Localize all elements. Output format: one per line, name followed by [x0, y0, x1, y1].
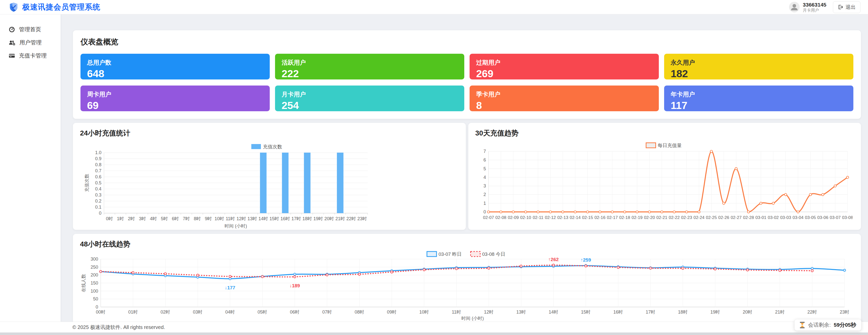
svg-text:02-16: 02-16 [594, 215, 605, 220]
sidebar-item-label: 管理首页 [19, 26, 41, 33]
svg-text:02-07: 02-07 [483, 215, 494, 220]
svg-text:03-06: 03-06 [817, 215, 828, 220]
svg-text:6: 6 [483, 157, 486, 162]
stat-value: 254 [282, 100, 458, 112]
svg-text:19时: 19时 [313, 216, 323, 221]
stat-value: 648 [87, 68, 263, 80]
svg-text:02-18: 02-18 [619, 215, 630, 220]
users-gear-icon [8, 39, 16, 46]
svg-text:19时: 19时 [710, 309, 720, 314]
sidebar-nav: 管理首页 用户管理 充值卡管理 [0, 14, 61, 322]
online-48h-line-chart: 05010015020025030000时01时02时03时04时05时06时0… [80, 251, 854, 321]
svg-text:↑262: ↑262 [548, 257, 559, 262]
horizontal-scrollbar[interactable] [0, 333, 868, 335]
stat-label: 活跃用户 [282, 59, 458, 67]
svg-text:02-21: 02-21 [656, 215, 667, 220]
svg-text:10时: 10时 [420, 309, 429, 314]
svg-text:02-08: 02-08 [495, 215, 506, 220]
svg-text:02-13: 02-13 [557, 215, 568, 220]
svg-text:21时: 21时 [335, 216, 345, 221]
svg-text:0.3: 0.3 [95, 192, 101, 197]
svg-text:0时: 0时 [106, 216, 113, 221]
svg-text:0.8: 0.8 [95, 162, 101, 167]
svg-text:0.9: 0.9 [95, 156, 101, 161]
sidebar-item-users[interactable]: 用户管理 [0, 36, 61, 49]
svg-text:18时: 18时 [303, 216, 312, 221]
sidebar-item-label: 充值卡管理 [19, 52, 47, 60]
svg-text:14时: 14时 [258, 216, 268, 221]
svg-text:50: 50 [93, 296, 98, 301]
stat-label: 季卡用户 [476, 90, 652, 98]
session-remaining-label: 会话剩余: [808, 322, 831, 329]
sidebar-item-recharge-cards[interactable]: 充值卡管理 [0, 49, 61, 62]
svg-text:17时: 17时 [291, 216, 301, 221]
session-remaining-time: 59分05秒 [834, 322, 856, 329]
online-48h-chart-card: 48小时在线趋势 05010015020025030000时01时02时03时0… [73, 234, 861, 324]
svg-text:22时: 22时 [807, 309, 817, 314]
svg-text:02时: 02时 [160, 309, 170, 314]
svg-text:02-12: 02-12 [545, 215, 556, 220]
svg-text:1时: 1时 [117, 216, 124, 221]
stat-card-month-card-users: 月卡用户 254 [275, 86, 464, 111]
svg-text:1.0: 1.0 [95, 150, 101, 155]
hourglass-icon [800, 322, 805, 328]
svg-text:22时: 22时 [346, 216, 356, 221]
svg-text:150: 150 [91, 280, 98, 285]
svg-text:05时: 05时 [258, 309, 267, 314]
svg-text:10时: 10时 [215, 216, 224, 221]
sidebar-item-label: 用户管理 [20, 39, 42, 47]
svg-text:100: 100 [91, 288, 98, 294]
recharge-24h-bar-chart: 00.10.20.30.40.50.60.70.80.91.00时1时2时3时4… [80, 140, 454, 230]
svg-text:6时: 6时 [172, 216, 179, 221]
person-icon [789, 2, 800, 12]
svg-text:0.4: 0.4 [95, 186, 101, 191]
svg-text:20时: 20时 [743, 309, 752, 314]
svg-text:02-28: 02-28 [743, 215, 754, 220]
svg-text:07时: 07时 [322, 309, 332, 314]
overview-title: 仪表盘概览 [81, 37, 854, 47]
svg-text:11时: 11时 [452, 309, 461, 314]
svg-text:02-09: 02-09 [508, 215, 519, 220]
svg-text:02-10: 02-10 [520, 215, 531, 220]
svg-text:03-08 今日: 03-08 今日 [482, 251, 505, 257]
stat-label: 永久用户 [671, 59, 847, 67]
stat-value: 117 [671, 100, 847, 112]
svg-text:20时: 20时 [324, 216, 334, 221]
copyright-text: © 2025 极速讯捷软件. All rights reserved. [72, 324, 165, 331]
svg-text:15时: 15时 [270, 216, 279, 221]
svg-text:12时: 12时 [484, 309, 494, 314]
svg-text:02-24: 02-24 [693, 215, 704, 220]
svg-text:02-15: 02-15 [582, 215, 593, 220]
stat-label: 月卡用户 [282, 90, 458, 98]
svg-text:4: 4 [483, 175, 486, 180]
svg-text:7: 7 [483, 149, 486, 154]
svg-text:7时: 7时 [183, 216, 190, 221]
svg-text:0.5: 0.5 [95, 180, 101, 185]
svg-text:3: 3 [483, 183, 486, 188]
stat-value: 182 [671, 68, 847, 80]
stat-value: 8 [476, 100, 652, 112]
svg-text:08时: 08时 [354, 309, 364, 314]
sidebar-item-dashboard[interactable]: 管理首页 [0, 23, 61, 36]
svg-text:03-04: 03-04 [792, 215, 803, 220]
logout-button[interactable]: 退出 [833, 1, 861, 13]
stat-card-week-card-users: 周卡用户 69 [81, 86, 270, 111]
svg-text:02-14: 02-14 [569, 215, 580, 220]
svg-text:时间 (小时): 时间 (小时) [462, 316, 484, 321]
stat-label: 年卡用户 [671, 90, 847, 98]
user-id: 33663145 [803, 1, 826, 8]
svg-text:02-11: 02-11 [533, 215, 543, 220]
svg-text:02-20: 02-20 [644, 215, 655, 220]
stat-grid: 总用户数 648 活跃用户 222 过期用户 269 永久用户 182 周卡用户… [81, 54, 854, 111]
svg-text:9时: 9时 [205, 216, 212, 221]
user-avatar[interactable] [789, 2, 800, 12]
chart-title-24h-recharge: 24小时充值统计 [80, 128, 459, 138]
svg-text:00时: 00时 [96, 309, 105, 314]
svg-text:8时: 8时 [194, 216, 201, 221]
svg-text:4时: 4时 [150, 216, 157, 221]
logout-icon [838, 4, 843, 10]
svg-text:04时: 04时 [225, 309, 235, 314]
svg-text:03-05: 03-05 [805, 215, 816, 220]
chart-title-30d-trend: 30天充值趋势 [475, 128, 854, 138]
stat-label: 过期用户 [476, 59, 652, 67]
